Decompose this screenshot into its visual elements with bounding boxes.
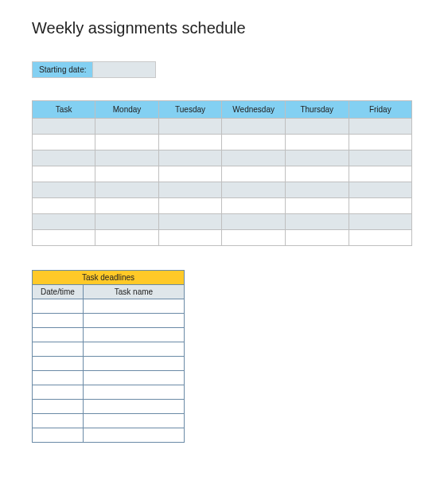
schedule-cell[interactable] bbox=[158, 230, 222, 246]
table-row bbox=[33, 385, 185, 400]
schedule-cell[interactable] bbox=[349, 135, 411, 150]
schedule-cell[interactable] bbox=[158, 119, 222, 135]
schedule-cell[interactable] bbox=[33, 166, 95, 182]
schedule-cell[interactable] bbox=[95, 166, 158, 182]
schedule-cell[interactable] bbox=[285, 119, 349, 135]
schedule-cell[interactable] bbox=[33, 150, 95, 166]
schedule-cell[interactable] bbox=[349, 182, 411, 198]
schedule-cell[interactable] bbox=[349, 119, 411, 135]
schedule-header-row: Task Monday Tuesday Wednesday Thursday F… bbox=[33, 101, 412, 119]
schedule-header-thursday: Thursday bbox=[285, 101, 349, 119]
deadlines-cell[interactable] bbox=[83, 414, 184, 428]
deadlines-cell[interactable] bbox=[83, 400, 184, 414]
schedule-cell[interactable] bbox=[222, 166, 286, 182]
deadlines-cell[interactable] bbox=[33, 299, 84, 314]
schedule-cell[interactable] bbox=[349, 166, 411, 182]
table-row bbox=[33, 135, 412, 150]
schedule-cell[interactable] bbox=[285, 198, 349, 214]
schedule-cell[interactable] bbox=[349, 198, 411, 214]
deadlines-cell[interactable] bbox=[83, 314, 184, 328]
schedule-cell[interactable] bbox=[285, 230, 349, 246]
schedule-cell[interactable] bbox=[158, 182, 222, 198]
deadlines-title-row: Task deadlines bbox=[33, 271, 185, 285]
table-row bbox=[33, 357, 185, 371]
deadlines-cell[interactable] bbox=[83, 328, 184, 342]
schedule-cell[interactable] bbox=[33, 182, 95, 198]
table-row bbox=[33, 230, 412, 246]
table-row bbox=[33, 119, 412, 135]
deadlines-cell[interactable] bbox=[33, 428, 84, 443]
starting-date-row: Starting date: bbox=[32, 61, 412, 78]
schedule-cell[interactable] bbox=[95, 198, 158, 214]
table-row bbox=[33, 314, 185, 328]
deadlines-cell[interactable] bbox=[33, 357, 84, 371]
schedule-cell[interactable] bbox=[95, 214, 158, 230]
schedule-cell[interactable] bbox=[285, 166, 349, 182]
schedule-cell[interactable] bbox=[285, 150, 349, 166]
schedule-cell[interactable] bbox=[222, 150, 286, 166]
schedule-cell[interactable] bbox=[158, 135, 222, 150]
schedule-cell[interactable] bbox=[158, 150, 222, 166]
schedule-cell[interactable] bbox=[33, 135, 95, 150]
deadlines-table: Task deadlines Date/time Task name bbox=[32, 270, 185, 443]
deadlines-cell[interactable] bbox=[33, 400, 84, 414]
deadlines-cell[interactable] bbox=[83, 371, 184, 385]
schedule-cell[interactable] bbox=[33, 198, 95, 214]
schedule-cell[interactable] bbox=[285, 135, 349, 150]
schedule-cell[interactable] bbox=[95, 135, 158, 150]
deadlines-cell[interactable] bbox=[33, 371, 84, 385]
deadlines-cell[interactable] bbox=[33, 414, 84, 428]
table-row bbox=[33, 371, 185, 385]
schedule-cell[interactable] bbox=[95, 182, 158, 198]
schedule-cell[interactable] bbox=[158, 214, 222, 230]
deadlines-cell[interactable] bbox=[33, 328, 84, 342]
schedule-cell[interactable] bbox=[95, 119, 158, 135]
schedule-cell[interactable] bbox=[222, 182, 286, 198]
table-row bbox=[33, 214, 412, 230]
starting-date-label: Starting date: bbox=[32, 61, 92, 78]
schedule-cell[interactable] bbox=[349, 150, 411, 166]
schedule-table: Task Monday Tuesday Wednesday Thursday F… bbox=[32, 100, 412, 246]
schedule-cell[interactable] bbox=[285, 214, 349, 230]
schedule-header-wednesday: Wednesday bbox=[222, 101, 286, 119]
schedule-header-tuesday: Tuesday bbox=[158, 101, 222, 119]
deadlines-header-taskname: Task name bbox=[83, 285, 184, 299]
schedule-cell[interactable] bbox=[33, 214, 95, 230]
table-row bbox=[33, 400, 185, 414]
page-title: Weekly assignments schedule bbox=[32, 19, 412, 37]
schedule-cell[interactable] bbox=[95, 150, 158, 166]
deadlines-cell[interactable] bbox=[33, 342, 84, 357]
schedule-cell[interactable] bbox=[222, 214, 286, 230]
table-row bbox=[33, 150, 412, 166]
deadlines-cell[interactable] bbox=[83, 428, 184, 443]
schedule-cell[interactable] bbox=[222, 135, 286, 150]
deadlines-header-datetime: Date/time bbox=[33, 285, 84, 299]
schedule-cell[interactable] bbox=[222, 198, 286, 214]
deadlines-cell[interactable] bbox=[83, 357, 184, 371]
schedule-cell[interactable] bbox=[33, 119, 95, 135]
schedule-cell[interactable] bbox=[158, 198, 222, 214]
deadlines-cell[interactable] bbox=[83, 342, 184, 357]
deadlines-cell[interactable] bbox=[33, 314, 84, 328]
table-row bbox=[33, 428, 185, 443]
schedule-cell[interactable] bbox=[95, 230, 158, 246]
deadlines-cell[interactable] bbox=[83, 385, 184, 400]
deadlines-cell[interactable] bbox=[83, 299, 184, 314]
table-row bbox=[33, 414, 185, 428]
schedule-cell[interactable] bbox=[222, 119, 286, 135]
schedule-body bbox=[33, 119, 412, 246]
schedule-cell[interactable] bbox=[349, 214, 411, 230]
deadlines-header-row: Date/time Task name bbox=[33, 285, 185, 299]
schedule-cell[interactable] bbox=[285, 182, 349, 198]
starting-date-input[interactable] bbox=[92, 61, 156, 78]
deadlines-cell[interactable] bbox=[33, 385, 84, 400]
schedule-cell[interactable] bbox=[349, 230, 411, 246]
schedule-cell[interactable] bbox=[33, 230, 95, 246]
schedule-cell[interactable] bbox=[222, 230, 286, 246]
schedule-header-task: Task bbox=[33, 101, 95, 119]
table-row bbox=[33, 299, 185, 314]
table-row bbox=[33, 198, 412, 214]
table-row bbox=[33, 328, 185, 342]
schedule-cell[interactable] bbox=[158, 166, 222, 182]
deadlines-body bbox=[33, 299, 185, 443]
